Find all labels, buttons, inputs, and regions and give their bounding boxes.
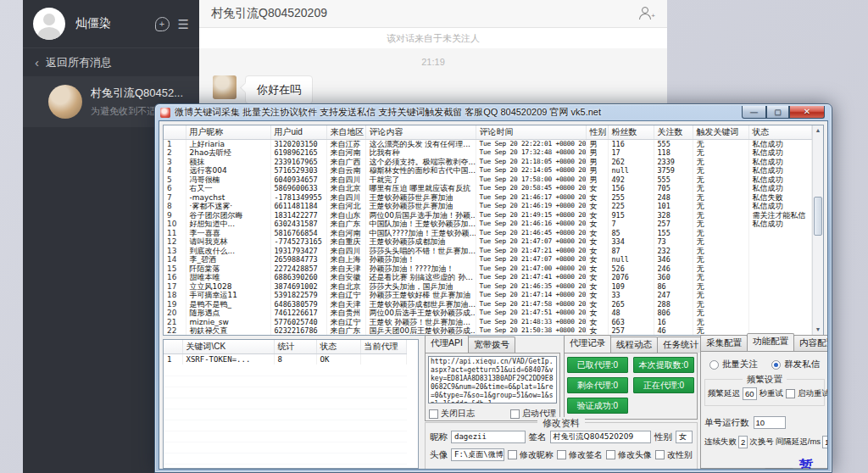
cell[interactable]: 来自四川 (326, 175, 365, 185)
tab-function-config[interactable]: 功能配置 (747, 333, 794, 351)
cell[interactable]: 远行客004 (186, 166, 270, 175)
cell[interactable]: 来自北京 (326, 184, 365, 193)
cell[interactable]: 冯哥很楠 (186, 175, 270, 185)
cell[interactable]: 6232216786 (270, 326, 326, 336)
cell[interactable]: 257 (654, 220, 693, 229)
message-avatar[interactable] (213, 75, 236, 99)
fail-count-input[interactable]: 2 (738, 436, 748, 448)
table-row[interactable]: 9谷子团尔团尔晦1831422277来自山东两位00后国乒选手加油！孙颖...T… (164, 211, 812, 220)
cell[interactable]: 11 (164, 229, 186, 238)
cell[interactable]: OK (316, 353, 360, 364)
single-run-input[interactable]: 10 (754, 416, 786, 429)
cell[interactable]: 无 (693, 309, 748, 318)
cell[interactable]: 女 (586, 237, 608, 247)
table-row[interactable]: 12请叫我克林-7745273165来自重庆王楚钦孙颖莎成都加油Tue Sep … (164, 237, 812, 247)
cell[interactable] (748, 291, 812, 300)
cell[interactable]: 是鸭不是鸭_ (186, 300, 270, 309)
new-chat-icon[interactable]: + (155, 17, 170, 31)
cell[interactable]: 无 (693, 229, 748, 238)
cell[interactable]: 247 (654, 291, 693, 300)
fetched-proxies-stat[interactable]: 已取代理:0 (567, 357, 628, 373)
col-keyword-ck[interactable]: 关键词\CK (182, 340, 274, 353)
cell[interactable]: 19 (164, 300, 186, 309)
cell[interactable]: 1 (164, 353, 182, 364)
cell[interactable]: Tue Sep 20 21:46:45 +0800 2022 (476, 229, 586, 238)
cell[interactable]: 5869600633 (270, 184, 326, 193)
cell[interactable]: 705 (654, 184, 693, 193)
cell[interactable]: 21 (164, 318, 186, 327)
cell[interactable]: Tue Sep 20 21:46:35 +0800 2022 (476, 282, 586, 292)
cell[interactable]: 18 (164, 291, 186, 300)
cell[interactable]: 来自四川 (326, 193, 365, 203)
cell[interactable]: 来自辽宁 (326, 318, 365, 327)
table-row[interactable]: 4远行客0045716529303来自云南穆斯林女性的面纱和古代中国...Tue… (164, 166, 812, 175)
cell[interactable]: 6040934657 (270, 175, 326, 185)
table-row[interactable]: 14李_碧酒2659884773来自上海孙颖莎加油！Tue Sep 20 21:… (164, 255, 812, 264)
cell[interactable]: Tue Sep 20 21:47:51 +0800 2022 (476, 309, 586, 318)
cell[interactable]: 两位00后选手王楚钦孙颖莎成... (365, 309, 476, 318)
cell[interactable]: 5716529303 (270, 166, 326, 175)
cell[interactable]: 女 (586, 273, 608, 282)
cell[interactable]: 806 (654, 309, 693, 318)
cell[interactable] (360, 353, 407, 364)
cell[interactable]: 无 (693, 264, 748, 274)
cell[interactable]: 女 (586, 193, 608, 203)
table-row[interactable]: 5冯哥很楠6040934657来自四川干就完了Tue Sep 20 17:58:… (164, 175, 812, 185)
cell[interactable]: 346 (654, 255, 693, 264)
cell[interactable]: 女 (586, 229, 608, 238)
retry-checkbox[interactable]: 启动重试 (786, 388, 828, 399)
cell[interactable]: 王楚钦 孙颖莎！世乒赛加油... (365, 318, 476, 327)
minimize-button[interactable]: — (742, 106, 766, 119)
col-index[interactable] (164, 125, 186, 139)
cell[interactable]: 101 (654, 202, 693, 211)
cell[interactable] (748, 273, 812, 282)
cell[interactable]: 46 (654, 326, 693, 336)
cell[interactable]: 7 (608, 220, 654, 229)
cell[interactable] (748, 282, 812, 292)
active-proxies-stat[interactable]: 正在代理:0 (633, 377, 694, 393)
cell[interactable]: 6611481184 (270, 202, 326, 211)
cell[interactable]: 女 (586, 318, 608, 327)
proxy-api-url-input[interactable]: http://api.xiequ.cn/VAD/GetIp.aspx?act=g… (428, 356, 557, 403)
cell[interactable]: 女 (586, 184, 608, 193)
cell[interactable]: 女 (586, 291, 608, 300)
tab-thread-activity[interactable]: 线程动态 (610, 337, 658, 353)
cell[interactable]: 孙颖莎加油！????加油！ (365, 264, 476, 274)
cell[interactable]: 265 (608, 300, 654, 309)
cell[interactable]: 无 (693, 193, 748, 203)
cell[interactable]: 男 (586, 158, 608, 167)
cell[interactable]: 5816766854 (270, 229, 326, 238)
col-index[interactable] (164, 340, 182, 353)
cell[interactable]: Tue Sep 20 22:22:01 +0800 2022 (476, 139, 586, 148)
cell[interactable]: 无 (693, 282, 748, 292)
cell[interactable]: Tue Sep 20 17:58:00 +0800 2022 (476, 175, 586, 185)
cell[interactable]: 私信失败 (748, 193, 812, 203)
col-state[interactable]: 状态 (316, 340, 360, 353)
cell[interactable]: 无 (693, 237, 748, 247)
cell[interactable]: 156 (608, 184, 654, 193)
cell[interactable]: XSRF-TOKEN=... (182, 353, 274, 364)
cell[interactable]: 女 (586, 220, 608, 229)
cell[interactable]: 16 (654, 318, 693, 327)
cell[interactable]: 国乒天团00后王楚钦孙颖莎成... (365, 326, 476, 336)
cell[interactable]: 257 (608, 326, 654, 336)
cell[interactable]: 248 (654, 193, 693, 203)
cell[interactable]: 2272428857 (270, 264, 326, 274)
cell[interactable]: 无 (693, 158, 748, 167)
cell[interactable]: 孙颖莎加油！ (365, 255, 476, 264)
cell[interactable]: 5776025740 (270, 318, 326, 327)
cell[interactable]: -1781349955 (270, 193, 326, 203)
cell[interactable]: 阡陌棠落 (186, 264, 270, 274)
cell[interactable]: 17 (608, 148, 654, 158)
table-row[interactable]: 13到底改什么...1931793427来自四川莎莎头头唱的不错！世乒赛加...… (164, 247, 812, 256)
remaining-proxies-stat[interactable]: 剩余代理:0 (567, 377, 628, 393)
cell[interactable]: 女 (586, 282, 608, 292)
cell[interactable]: 来自安徽 (326, 273, 365, 282)
cell[interactable]: 328 (654, 211, 693, 220)
cell[interactable] (748, 264, 812, 274)
cell[interactable]: 20 (164, 309, 186, 318)
cell[interactable]: 10 (164, 220, 186, 229)
cell[interactable]: -maychst (186, 193, 270, 203)
table-row[interactable]: 17立立风10283874691002来自北京莎莎大头加油，国乒加油Tue Se… (164, 282, 812, 292)
cell[interactable]: 155 (654, 229, 693, 238)
